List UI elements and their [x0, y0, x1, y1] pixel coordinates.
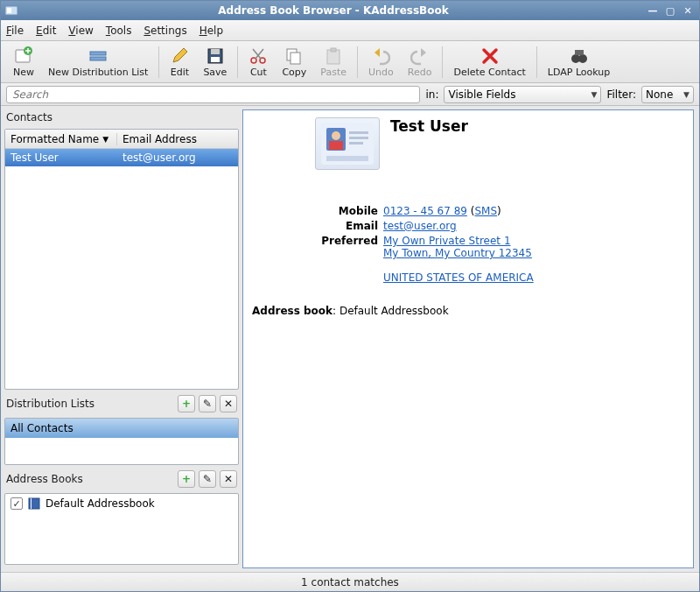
redo-button[interactable]: Redo — [401, 45, 439, 80]
toolbar-label: Copy — [282, 67, 306, 78]
redo-icon — [410, 46, 430, 66]
window-title: Address Book Browser - KAddressBook — [24, 4, 643, 17]
contact-name-heading: Test User — [390, 117, 468, 135]
street-link[interactable]: My Own Private Street 1 — [383, 235, 511, 247]
dist-name: All Contacts — [5, 422, 79, 434]
edit-dist-button[interactable]: ✎ — [199, 395, 216, 412]
save-button[interactable]: Save — [196, 45, 234, 80]
svg-rect-1 — [7, 8, 11, 13]
menu-help[interactable]: Help — [200, 25, 223, 37]
chevron-down-icon: ▼ — [683, 90, 690, 99]
svg-rect-17 — [575, 50, 584, 55]
filter-label: Filter: — [606, 88, 636, 101]
menubar: File Edit View Tools Settings Help — [1, 20, 699, 41]
svg-rect-12 — [290, 53, 300, 64]
chevron-down-icon: ▼ — [592, 90, 598, 99]
toolbar-label: Edit — [171, 67, 189, 78]
toolbar-separator — [442, 46, 443, 78]
city-link[interactable]: My Town, My Country 12345 — [383, 247, 532, 259]
svg-rect-27 — [326, 156, 368, 161]
email-link[interactable]: test@user.org — [383, 220, 457, 232]
menu-edit[interactable]: Edit — [36, 25, 56, 37]
distribution-list[interactable]: All Contacts — [4, 418, 239, 465]
add-ab-button[interactable]: + — [178, 470, 195, 488]
paste-button[interactable]: Paste — [313, 45, 354, 80]
ab-row[interactable]: ✓ Default Addressbook — [5, 494, 238, 513]
chevron-down-icon: ▼ — [102, 135, 108, 144]
undo-button[interactable]: Undo — [361, 45, 401, 80]
add-dist-button[interactable]: + — [178, 395, 195, 412]
paste-icon — [324, 46, 343, 66]
addressbook-value: Default Addressbook — [340, 305, 449, 317]
toolbar-label: New — [13, 67, 34, 78]
svg-rect-26 — [349, 142, 363, 144]
toolbar-label: LDAP Lookup — [548, 67, 610, 78]
copy-icon — [284, 46, 304, 66]
toolbar-label: Save — [203, 67, 227, 78]
distribution-list-icon — [88, 46, 108, 66]
svg-rect-25 — [349, 137, 368, 139]
country-link[interactable]: UNITED STATES OF AMERICA — [383, 271, 534, 284]
ab-name: Default Addressbook — [46, 497, 155, 510]
ldap-lookup-button[interactable]: LDAP Lookup — [541, 45, 617, 80]
svg-point-16 — [578, 54, 587, 63]
delete-ab-button[interactable]: ✕ — [220, 470, 237, 488]
contact-detail: Test User Mobile 0123 - 45 67 89 (SMS) E… — [242, 109, 694, 568]
sms-link[interactable]: SMS — [474, 205, 497, 217]
mobile-label: Mobile — [252, 205, 383, 217]
svg-rect-18 — [29, 498, 39, 509]
toolbar-label: Delete Contact — [453, 67, 525, 78]
maximize-button[interactable]: ▢ — [662, 4, 678, 17]
statusbar: 1 contact matches — [1, 572, 699, 591]
minimize-button[interactable]: — — [645, 4, 661, 17]
svg-rect-8 — [211, 57, 220, 62]
combo-value: Visible Fields — [448, 88, 587, 101]
address-books-list[interactable]: ✓ Default Addressbook — [4, 493, 239, 565]
search-in-combo[interactable]: Visible Fields ▼ — [444, 86, 601, 103]
delete-dist-button[interactable]: ✕ — [220, 395, 237, 412]
undo-icon — [371, 46, 390, 66]
menu-tools[interactable]: Tools — [106, 25, 132, 37]
svg-rect-19 — [31, 498, 32, 509]
edit-ab-button[interactable]: ✎ — [199, 470, 216, 488]
cut-button[interactable]: Cut — [242, 45, 275, 80]
contacts-list[interactable]: Formatted Name ▼ Email Address Test User… — [4, 129, 239, 390]
menu-file[interactable]: File — [6, 25, 24, 37]
new-button[interactable]: New — [6, 45, 41, 80]
new-distribution-list-button[interactable]: New Distribution List — [41, 45, 155, 80]
contact-row[interactable]: Test User test@user.org — [5, 149, 238, 166]
contact-email: test@user.org — [117, 152, 201, 164]
svg-rect-7 — [211, 49, 220, 54]
pencil-icon — [170, 46, 189, 66]
column-header-email[interactable]: Email Address — [117, 133, 202, 145]
contact-name: Test User — [5, 152, 117, 164]
edit-button[interactable]: Edit — [163, 45, 196, 80]
ab-checkbox[interactable]: ✓ — [10, 497, 23, 510]
toolbar-separator — [237, 46, 238, 78]
filter-combo[interactable]: None ▼ — [641, 86, 694, 103]
close-button[interactable]: ✕ — [680, 4, 696, 17]
copy-button[interactable]: Copy — [275, 45, 313, 80]
address-books-label: Address Books + ✎ ✕ — [4, 469, 239, 490]
menu-settings[interactable]: Settings — [144, 25, 186, 37]
dist-row[interactable]: All Contacts — [5, 419, 238, 438]
toolbar-label: New Distribution List — [48, 67, 148, 78]
email-label: Email — [252, 220, 383, 232]
status-text: 1 contact matches — [301, 576, 399, 588]
search-input[interactable] — [6, 86, 420, 103]
toolbar-separator — [158, 46, 159, 78]
delete-contact-button[interactable]: Delete Contact — [446, 45, 532, 80]
svg-rect-14 — [331, 48, 336, 52]
addressbook-label: Address book — [252, 305, 332, 317]
column-header-name[interactable]: Formatted Name ▼ — [5, 133, 117, 145]
book-icon — [28, 497, 40, 510]
scissors-icon — [248, 46, 268, 66]
titlebar: Address Book Browser - KAddressBook — ▢ … — [1, 1, 699, 20]
toolbar-label: Paste — [320, 67, 346, 78]
delete-icon — [480, 46, 500, 66]
new-contact-icon — [14, 46, 33, 66]
list-header: Formatted Name ▼ Email Address — [5, 130, 238, 149]
svg-point-22 — [332, 131, 340, 140]
mobile-link[interactable]: 0123 - 45 67 89 — [383, 205, 467, 217]
menu-view[interactable]: View — [68, 25, 93, 37]
